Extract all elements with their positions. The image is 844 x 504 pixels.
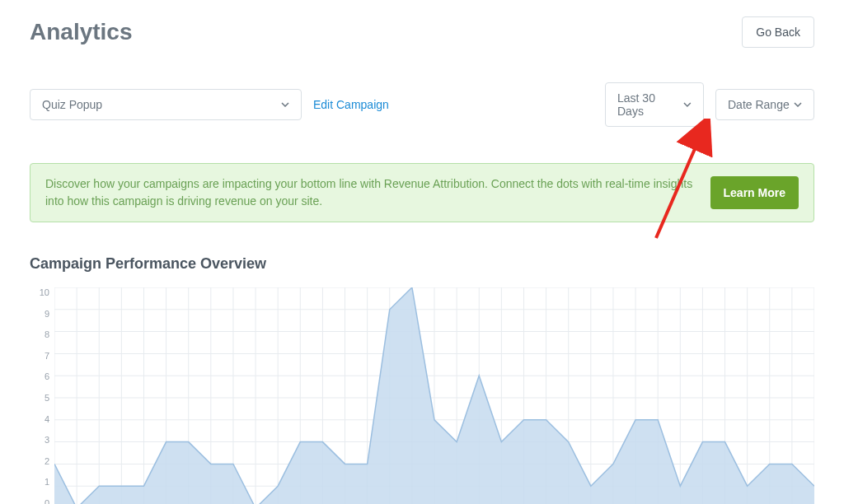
chart-y-tick: 8 [45, 329, 49, 339]
chevron-down-icon [794, 102, 802, 107]
chevron-down-icon [281, 102, 289, 107]
chevron-down-icon [683, 102, 692, 107]
period-select-value: Last 30 Days [617, 91, 683, 118]
chart-y-tick: 7 [45, 351, 49, 361]
chart-y-tick: 3 [45, 435, 49, 445]
go-back-button[interactable]: Go Back [742, 16, 814, 48]
page-title: Analytics [30, 19, 133, 45]
header-row: Analytics Go Back [30, 16, 814, 48]
controls-row: Quiz Popup Edit Campaign Last 30 Days Da… [30, 82, 814, 127]
edit-campaign-link[interactable]: Edit Campaign [313, 98, 389, 111]
date-range-select-value: Date Range [728, 98, 790, 111]
performance-chart: 109876543210 [30, 287, 814, 504]
section-title: Campaign Performance Overview [30, 255, 814, 273]
chart-y-tick: 0 [45, 498, 49, 504]
chart-plot-area [54, 287, 814, 504]
revenue-attribution-banner: Discover how your campaigns are impactin… [30, 163, 814, 222]
campaign-select[interactable]: Quiz Popup [30, 89, 302, 120]
banner-text: Discover how your campaigns are impactin… [45, 175, 694, 210]
period-select[interactable]: Last 30 Days [605, 82, 704, 127]
chart-y-tick: 9 [45, 309, 49, 319]
chart-y-tick: 6 [45, 371, 49, 381]
chart-y-tick: 10 [40, 287, 49, 297]
chart-y-tick: 5 [45, 393, 49, 403]
date-range-select[interactable]: Date Range [715, 89, 814, 120]
chart-y-tick: 1 [45, 477, 49, 487]
learn-more-button[interactable]: Learn More [710, 176, 799, 209]
campaign-select-value: Quiz Popup [42, 98, 102, 111]
chart-y-tick: 4 [45, 414, 49, 424]
chart-y-tick: 2 [45, 456, 49, 466]
chart-y-axis: 109876543210 [30, 287, 54, 504]
